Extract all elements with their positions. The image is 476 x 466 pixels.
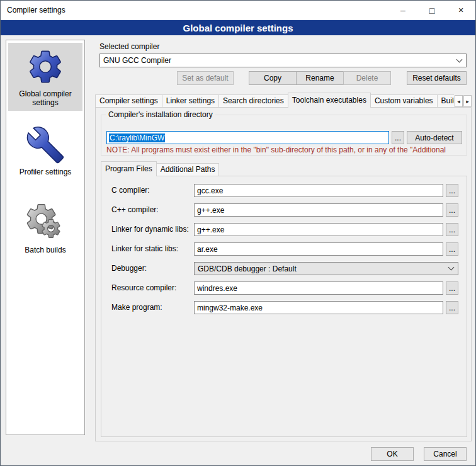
minimize-button[interactable]: ─ (388, 1, 417, 20)
browse-button[interactable]: ... (446, 281, 458, 295)
static-linker-input[interactable] (194, 242, 443, 256)
selected-compiler-label: Selected compiler (99, 42, 159, 51)
window-controls: ─ □ ✕ (388, 1, 475, 20)
wrench-icon (26, 125, 65, 164)
installation-note: NOTE: All programs must exist either in … (106, 145, 463, 154)
tab-custom-variables[interactable]: Custom variables (370, 94, 438, 107)
cancel-button[interactable]: Cancel (424, 447, 467, 461)
maximize-button[interactable]: □ (417, 1, 446, 20)
dialog-header-title: Global compiler settings (183, 23, 293, 33)
installation-directory-input[interactable]: C:\raylib\MinGW (106, 131, 389, 144)
titlebar[interactable]: Compiler settings ─ □ ✕ (1, 1, 475, 20)
toolchain-executables-panel: Compiler's installation directory C:\ray… (95, 107, 472, 441)
browse-button[interactable]: ... (446, 242, 458, 256)
gears-icon (26, 203, 65, 242)
sidebar-item-batch-builds[interactable]: Batch builds (8, 199, 82, 258)
close-icon: ✕ (458, 6, 463, 14)
dialog-header: Global compiler settings (1, 20, 475, 35)
field-label: C compiler: (111, 184, 150, 197)
field-row-resource-compiler: Resource compiler: ... (101, 281, 468, 295)
sidebar-item-label: Global compiler settings (9, 89, 81, 107)
delete-button[interactable]: Delete (343, 71, 391, 85)
c-compiler-input[interactable] (194, 184, 443, 197)
field-row-make-program: Make program: ... (101, 301, 468, 314)
field-row-c-compiler: C compiler: ... (101, 184, 468, 197)
installation-directory-groupbox: Compiler's installation directory C:\ray… (101, 115, 467, 156)
tab-toolchain-executables[interactable]: Toolchain executables (288, 93, 371, 108)
subtab-program-files[interactable]: Program Files (101, 161, 157, 176)
selected-compiler-dropdown[interactable]: GNU GCC Compiler (99, 54, 467, 67)
sidebar-item-label: Batch builds (25, 246, 65, 254)
field-label: C++ compiler: (111, 203, 159, 217)
arrow-right-icon: ▸ (466, 98, 469, 105)
groupbox-title: Compiler's installation directory (106, 110, 215, 119)
field-row-debugger: Debugger: GDB/CDB debugger : Default (101, 262, 468, 275)
make-program-input[interactable] (194, 301, 443, 314)
browse-button[interactable]: ... (446, 301, 458, 314)
sidebar-item-global-compiler-settings[interactable]: Global compiler settings (8, 43, 82, 111)
program-subtabs: Program Files Additional Paths (101, 161, 218, 176)
debugger-value: GDB/CDB debugger : Default (198, 264, 297, 273)
tab-compiler-settings[interactable]: Compiler settings (95, 94, 162, 107)
tab-linker-settings[interactable]: Linker settings (162, 94, 219, 107)
category-sidebar: Global compiler settings Profiler settin… (6, 40, 85, 435)
program-files-panel: C compiler: ... C++ compiler: ... Linker… (101, 176, 467, 437)
window-title: Compiler settings (7, 6, 65, 14)
field-label: Make program: (111, 301, 162, 314)
field-label: Linker for static libs: (111, 242, 178, 256)
chevron-down-icon (456, 56, 463, 62)
field-label: Debugger: (111, 262, 147, 275)
subtab-additional-paths[interactable]: Additional Paths (156, 163, 220, 176)
gear-icon (26, 47, 65, 86)
sidebar-item-profiler-settings[interactable]: Profiler settings (8, 121, 82, 180)
browse-directory-button[interactable]: ... (392, 131, 404, 144)
field-row-cpp-compiler: C++ compiler: ... (101, 203, 468, 217)
reset-defaults-button[interactable]: Reset defaults (407, 71, 467, 85)
cpp-compiler-input[interactable] (194, 203, 443, 217)
tab-scroll-left-button[interactable]: ◂ (455, 95, 463, 107)
dynamic-linker-input[interactable] (194, 223, 443, 236)
arrow-left-icon: ◂ (457, 98, 460, 105)
copy-button[interactable]: Copy (249, 71, 297, 85)
chevron-down-icon (448, 264, 455, 271)
rename-button[interactable]: Rename (296, 71, 344, 85)
compiler-settings-window: Compiler settings ─ □ ✕ Global compiler … (0, 0, 476, 466)
ok-button[interactable]: OK (371, 447, 414, 461)
tab-search-directories[interactable]: Search directories (218, 94, 288, 107)
field-label: Resource compiler: (111, 281, 176, 295)
browse-button[interactable]: ... (446, 223, 458, 236)
close-button[interactable]: ✕ (446, 1, 475, 20)
resource-compiler-input[interactable] (194, 281, 443, 295)
minimize-icon: ─ (400, 7, 405, 14)
set-as-default-button[interactable]: Set as default (177, 71, 234, 85)
tab-scroll-right-button[interactable]: ▸ (463, 95, 472, 107)
selected-compiler-value: GNU GCC Compiler (103, 56, 171, 65)
field-row-static-linker: Linker for static libs: ... (101, 242, 468, 256)
tab-build-options[interactable]: Build options (437, 94, 454, 107)
browse-button[interactable]: ... (446, 184, 458, 197)
field-label: Linker for dynamic libs: (111, 223, 189, 236)
maximize-icon: □ (429, 6, 434, 16)
settings-tabbar: Compiler settings Linker settings Search… (95, 93, 454, 108)
auto-detect-button[interactable]: Auto-detect (407, 131, 462, 144)
tab-scrollers: ◂ ▸ (454, 95, 472, 107)
debugger-dropdown[interactable]: GDB/CDB debugger : Default (194, 262, 458, 275)
sidebar-item-label: Profiler settings (20, 168, 72, 176)
installation-directory-value: C:\raylib\MinGW (109, 134, 165, 142)
field-row-dynamic-linker: Linker for dynamic libs: ... (101, 223, 468, 236)
browse-button[interactable]: ... (446, 203, 458, 217)
